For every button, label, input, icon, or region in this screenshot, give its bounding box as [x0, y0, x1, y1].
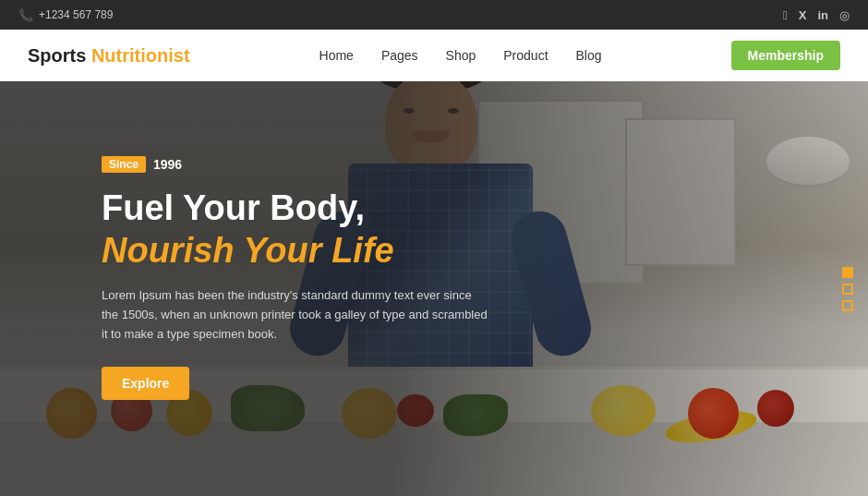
membership-button[interactable]: Membership [731, 41, 840, 70]
nav-link-blog[interactable]: Blog [576, 48, 602, 63]
social-links[interactable]:  X in ◎ [783, 8, 850, 22]
nav-item-product[interactable]: Product [503, 47, 548, 64]
nav-link-pages[interactable]: Pages [381, 48, 418, 63]
slide-dot-2[interactable] [842, 284, 853, 295]
phone-display: 📞 +1234 567 789 [18, 8, 113, 22]
explore-button[interactable]: Explore [102, 367, 189, 400]
hero-section: Since 1996 Fuel Your Body, Nourish Your … [0, 81, 868, 496]
linkedin-icon[interactable]: in [817, 8, 828, 22]
nav-menu: Home Pages Shop Product Blog [319, 47, 602, 64]
since-badge: Since 1996 [102, 156, 182, 173]
navbar: Sports Nutritionist Home Pages Shop Prod… [0, 30, 868, 81]
brand-text-orange: Nutritionist [91, 45, 190, 66]
since-year: 1996 [153, 157, 182, 172]
nav-item-pages[interactable]: Pages [381, 47, 418, 64]
nav-item-blog[interactable]: Blog [576, 47, 602, 64]
facebook-icon[interactable]:  [783, 8, 788, 22]
since-label: Since [102, 156, 146, 173]
hero-description: Lorem Ipsum has been the industry's stan… [102, 286, 489, 344]
nav-link-shop[interactable]: Shop [446, 48, 476, 63]
nav-link-product[interactable]: Product [503, 48, 548, 63]
twitter-icon[interactable]: X [799, 8, 807, 22]
phone-icon: 📞 [18, 8, 33, 22]
brand-logo: Sports Nutritionist [28, 45, 190, 67]
nav-item-shop[interactable]: Shop [446, 47, 476, 64]
brand-text-black: Sports [28, 45, 91, 66]
phone-number: +1234 567 789 [39, 8, 113, 21]
hero-title-line2: Nourish Your Life [102, 230, 489, 272]
slide-indicators [842, 267, 853, 311]
hero-content: Since 1996 Fuel Your Body, Nourish Your … [102, 155, 489, 400]
topbar: 📞 +1234 567 789  X in ◎ [0, 0, 868, 30]
nav-item-home[interactable]: Home [319, 47, 354, 64]
slide-dot-1[interactable] [842, 267, 853, 278]
slide-dot-3[interactable] [842, 300, 853, 311]
instagram-icon[interactable]: ◎ [839, 8, 850, 22]
hero-title-line1: Fuel Your Body, [102, 188, 489, 230]
nav-link-home[interactable]: Home [319, 48, 354, 63]
